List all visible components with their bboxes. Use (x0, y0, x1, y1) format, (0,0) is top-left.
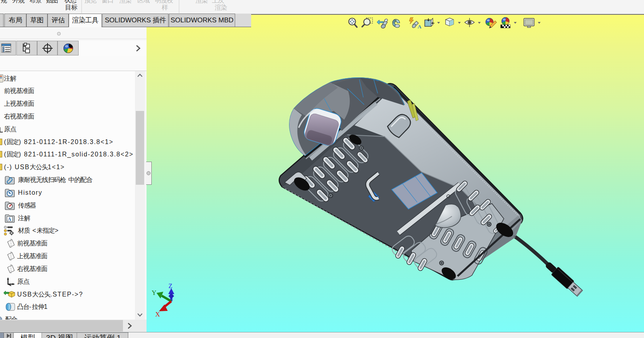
svg-text:Y: Y (152, 289, 157, 296)
svg-text:X: X (155, 311, 160, 318)
svg-text:A: A (418, 24, 422, 30)
svg-text:Z: Z (168, 283, 172, 289)
svg-text:A: A (8, 216, 12, 222)
